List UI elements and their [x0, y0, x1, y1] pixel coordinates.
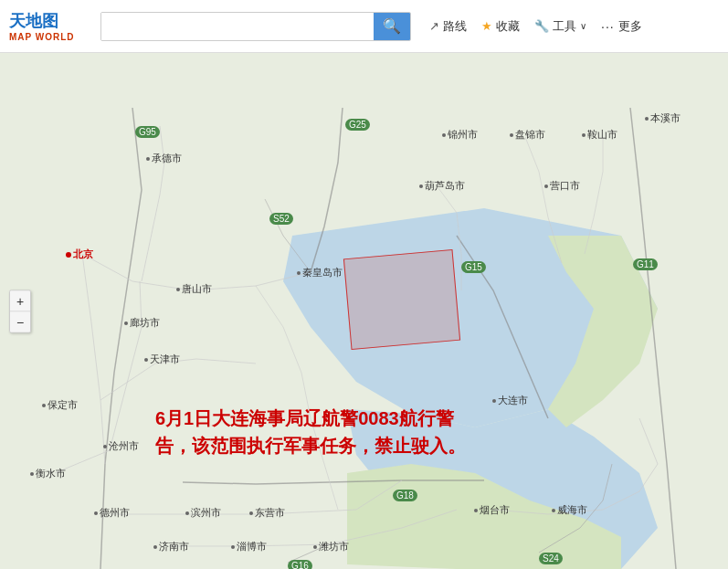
more-dots-icon: ···	[601, 19, 615, 34]
zoom-in-button[interactable]: +	[10, 290, 30, 311]
more-label: 更多	[618, 18, 642, 35]
tools-arrow-icon: ∨	[580, 21, 586, 31]
nav-favorite[interactable]: ★ 收藏	[481, 18, 520, 35]
tools-icon: 🔧	[534, 19, 549, 33]
route-label: 路线	[443, 18, 467, 35]
zoom-out-button[interactable]: −	[10, 311, 30, 332]
nav-more[interactable]: ··· 更多	[601, 18, 642, 35]
zoom-control: + −	[9, 290, 31, 332]
header: 天地图 MAP WORLD 🔍 ↗ 路线 ★ 收藏 🔧 工具 ∨ ··· 更多	[0, 0, 728, 53]
favorite-label: 收藏	[496, 18, 520, 35]
map-background	[0, 53, 728, 569]
route-icon: ↗	[429, 19, 439, 33]
nav-tools[interactable]: 🔧 工具 ∨	[534, 18, 586, 35]
nav-route[interactable]: ↗ 路线	[429, 18, 467, 35]
tools-label: 工具	[553, 18, 576, 35]
logo: 天地图 MAP WORLD	[9, 10, 91, 42]
logo-chinese: 天地图	[9, 10, 58, 32]
search-button[interactable]: 🔍	[374, 13, 410, 40]
search-input[interactable]	[101, 13, 374, 40]
search-bar: 🔍	[100, 12, 411, 41]
map-container[interactable]: G95 G25 S52 G15 G11 G18 G16 S24 承德市 锦州市 …	[0, 53, 728, 569]
nav-items: ↗ 路线 ★ 收藏 🔧 工具 ∨ ··· 更多	[429, 18, 642, 35]
logo-english: MAP WORLD	[9, 32, 75, 42]
star-icon: ★	[481, 19, 492, 33]
